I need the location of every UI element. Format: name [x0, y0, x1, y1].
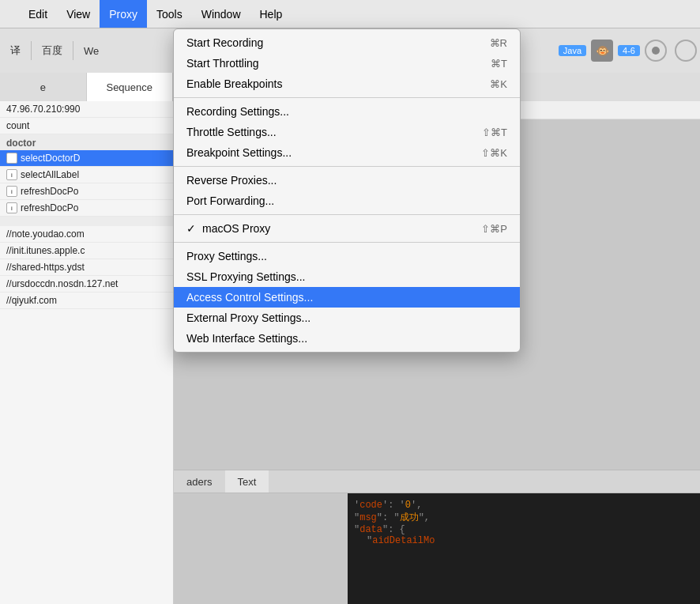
- menu-separator-4: [174, 242, 520, 243]
- json-punc-8: ": {: [382, 524, 405, 535]
- version-tag: 4-6: [618, 45, 640, 56]
- window-menu[interactable]: Window: [192, 0, 250, 28]
- translate-button[interactable]: 译: [3, 40, 28, 62]
- item-icon: i: [6, 169, 17, 180]
- bottom-tabs: aders Text: [174, 470, 700, 493]
- json-punc-5: ": ": [377, 512, 400, 523]
- list-item[interactable]: i selectAllLabel: [0, 167, 173, 183]
- menu-item-throttle-settings[interactable]: Throttle Settings... ⇧⌘T: [174, 122, 520, 142]
- menu-item-label: SSL Proxying Settings...: [186, 270, 305, 283]
- json-val-code: 0: [405, 500, 411, 511]
- menu-item-label: Breakpoint Settings...: [186, 146, 292, 159]
- menu-shortcut: ⌘K: [490, 78, 507, 90]
- menu-item-label: Access Control Settings...: [186, 291, 313, 304]
- list-item[interactable]: i selectDoctorD: [0, 150, 173, 167]
- menu-item-ssl-proxying-settings[interactable]: SSL Proxying Settings...: [174, 266, 520, 287]
- menu-item-label: Port Forwarding...: [186, 194, 274, 207]
- menu-shortcut: ⇧⌘T: [482, 126, 507, 138]
- divider-1: [31, 41, 32, 60]
- menu-item-recording-settings[interactable]: Recording Settings...: [174, 101, 520, 122]
- tools-menu[interactable]: Tools: [147, 0, 192, 28]
- menubar: Edit View Proxy Tools Window Help: [0, 0, 700, 28]
- section-label-doctor: doctor: [0, 134, 173, 150]
- menu-item-breakpoint-settings[interactable]: Breakpoint Settings... ⇧⌘K: [174, 142, 520, 163]
- tab-headers[interactable]: aders: [174, 470, 225, 493]
- menu-separator-1: [174, 97, 520, 98]
- menu-item-port-forwarding[interactable]: Port Forwarding...: [174, 191, 520, 211]
- tab-sequence[interactable]: Sequence: [87, 73, 174, 101]
- menu-item-label: Throttle Settings...: [186, 126, 277, 138]
- menu-shortcut: ⌘R: [490, 37, 507, 49]
- menu-shortcut: ⇧⌘K: [481, 147, 507, 159]
- url-list: 47.96.70.210:990 count doctor i selectDo…: [0, 101, 173, 309]
- java-tag: Java: [559, 45, 586, 56]
- menu-separator-2: [174, 166, 520, 167]
- json-punc-6: ",: [419, 512, 430, 523]
- json-punc-3: ',: [411, 500, 422, 511]
- menu-item-web-interface-settings[interactable]: Web Interface Settings...: [174, 328, 520, 349]
- menu-item-label: Recording Settings...: [186, 105, 289, 118]
- menu-item-label: External Proxy Settings...: [186, 311, 310, 324]
- stop-button[interactable]: [675, 40, 697, 62]
- tab-text[interactable]: Text: [225, 470, 269, 493]
- menu-item-label: Start Throttling: [186, 57, 259, 70]
- divider-2: [73, 41, 73, 60]
- list-item[interactable]: i refreshDocPo: [0, 200, 173, 217]
- menu-shortcut: ⇧⌘P: [481, 223, 507, 235]
- menu-item-label: macOS Proxy: [202, 222, 270, 235]
- list-item[interactable]: 47.96.70.210:990: [0, 101, 173, 118]
- list-item[interactable]: count: [0, 118, 173, 134]
- proxy-menu[interactable]: Proxy: [100, 0, 147, 28]
- menu-item-label: Proxy Settings...: [186, 250, 267, 262]
- list-item[interactable]: //qiyukf.com: [0, 293, 173, 309]
- macos-proxy-checkmark: ✓: [186, 222, 199, 235]
- menu-item-label: Web Interface Settings...: [186, 332, 307, 345]
- item-icon: i: [6, 202, 17, 213]
- json-punc-2: ': ': [382, 500, 405, 511]
- json-key-msg: msg: [359, 512, 377, 523]
- proxy-dropdown-menu: Start Recording ⌘R Start Throttling ⌘T E…: [173, 28, 521, 353]
- menu-item-label: Reverse Proxies...: [186, 174, 277, 187]
- list-item[interactable]: //note.youdao.com: [0, 226, 173, 243]
- record-button[interactable]: [645, 40, 667, 62]
- menu-item-enable-breakpoints[interactable]: Enable Breakpoints ⌘K: [174, 74, 520, 94]
- json-line-4: "aidDetailMo: [354, 535, 435, 546]
- json-content-panel: 'code': '0', "msg": "成功", "data": { "aid…: [348, 493, 700, 604]
- item-icon: i: [6, 153, 17, 164]
- menu-item-label: Start Recording: [186, 36, 263, 49]
- list-item[interactable]: //init.itunes.apple.c: [0, 243, 173, 259]
- record-dot: [652, 47, 660, 55]
- baidu-button[interactable]: 百度: [35, 40, 70, 62]
- we-button[interactable]: We: [77, 41, 106, 61]
- list-item[interactable]: //ursdoccdn.nosdn.127.net: [0, 276, 173, 293]
- left-panel: e Sequence 47.96.70.210:990 count doctor…: [0, 73, 174, 604]
- menu-item-access-control-settings[interactable]: Access Control Settings...: [174, 287, 520, 308]
- menu-shortcut: ⌘T: [491, 58, 507, 70]
- menu-item-macos-proxy[interactable]: ✓ macOS Proxy ⇧⌘P: [174, 218, 520, 239]
- json-val-msg: 成功: [400, 512, 419, 523]
- monkey-icon: 🐵: [591, 40, 613, 62]
- item-icon: i: [6, 186, 17, 197]
- menu-item-external-proxy-settings[interactable]: External Proxy Settings...: [174, 308, 520, 328]
- tab-e[interactable]: e: [0, 73, 87, 101]
- menu-separator-3: [174, 214, 520, 215]
- json-key-data: data: [359, 524, 382, 535]
- menu-item-start-recording[interactable]: Start Recording ⌘R: [174, 32, 520, 53]
- menu-item-proxy-settings[interactable]: Proxy Settings...: [174, 246, 520, 266]
- list-item[interactable]: i refreshDocPo: [0, 183, 173, 200]
- help-menu[interactable]: Help: [250, 0, 292, 28]
- menu-item-reverse-proxies[interactable]: Reverse Proxies...: [174, 170, 520, 191]
- view-menu[interactable]: View: [57, 0, 100, 28]
- section-gap: [0, 217, 173, 226]
- edit-menu[interactable]: Edit: [19, 0, 57, 28]
- list-item[interactable]: //shared-https.ydst: [0, 259, 173, 276]
- json-key-code: code: [359, 500, 382, 511]
- json-key-aid: aidDetailMo: [372, 535, 435, 546]
- menu-item-label: Enable Breakpoints: [186, 77, 282, 90]
- apple-menu[interactable]: [0, 0, 19, 28]
- left-panel-tabs: e Sequence: [0, 73, 173, 101]
- menu-item-start-throttling[interactable]: Start Throttling ⌘T: [174, 53, 520, 74]
